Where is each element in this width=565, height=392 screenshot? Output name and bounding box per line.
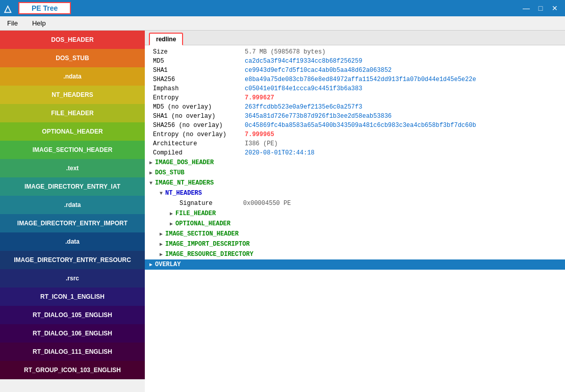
tree-row-image-section-header[interactable]: ▶IMAGE_SECTION_HEADER [145,229,565,239]
table-row: Imphashc05041e01f84e1ccca9c4451f3b6a383 [149,84,565,93]
table-row: SHA256e8ba49a75de083cb786e8ed84972affa11… [149,75,565,84]
table-row: SHA256 (no overlay)0c45869fc4ba8583a65a5… [149,121,565,130]
prop-link[interactable]: 0c45869fc4ba8583a65a5400b343509a481c6cb9… [245,122,476,129]
sidebar-item-rt-dialog-111-english[interactable]: RT_DIALOG_111_ENGLISH [0,343,145,361]
tree-expand-icon[interactable]: ▼ [147,180,155,186]
tree-node-label: IMAGE_IMPORT_DESCRIPTOR [165,241,250,248]
sidebar-item-dos-stub[interactable]: DOS_STUB [0,49,145,67]
tree-expand-icon[interactable]: ▶ [157,251,165,257]
minimize-button[interactable]: — [520,2,532,14]
sidebar-item-image-directory-entry-resourc[interactable]: IMAGE_DIRECTORY_ENTRY_RESOURC [0,251,145,269]
tree-view: ▶IMAGE_DOS_HEADER▶DOS_STUB▼IMAGE_NT_HEAD… [145,158,565,270]
main-layout: DOS_HEADERDOS_STUB.ndataNT_HEADERSFILE_H… [0,31,565,392]
tree-expand-icon[interactable]: ▶ [147,160,155,166]
app-icon: △ [4,3,14,13]
tree-row-image-nt-headers[interactable]: ▼IMAGE_NT_HEADERS [145,178,565,188]
tree-expand-icon[interactable]: ▶ [147,170,155,176]
table-row: Size5.7 MB (5985678 bytes) [149,47,565,57]
prop-value[interactable]: e8ba49a75de083cb786e8ed84972affa11542dd9… [241,75,565,84]
sidebar-item-rt-group-icon-103-english[interactable]: RT_GROUP_ICON_103_ENGLISH [0,361,145,379]
sidebar-item-image-section-header[interactable]: IMAGE_SECTION_HEADER [0,141,145,159]
tree-node-label: OPTIONAL_HEADER [175,220,230,227]
prop-value[interactable]: ce9943d9efc7d5f10cac4ab0b5aa48d62a063852 [241,66,565,75]
close-button[interactable]: ✕ [549,2,561,14]
prop-name: Imphash [149,84,241,93]
tab-bar: redline [145,31,565,45]
sidebar-item-image-directory-entry-import[interactable]: IMAGE_DIRECTORY_ENTRY_IMPORT [0,214,145,232]
sidebar-item-rt-dialog-105-english[interactable]: RT_DIALOG_105_ENGLISH [0,306,145,324]
tree-row-image-import-descriptor[interactable]: ▶IMAGE_IMPORT_DESCRIPTOR [145,239,565,249]
tree-row-image-dos-header[interactable]: ▶IMAGE_DOS_HEADER [145,158,565,168]
sidebar-item--rdata[interactable]: .rdata [0,196,145,214]
tree-row-optional-header[interactable]: ▶OPTIONAL_HEADER [145,219,565,229]
prop-name: Compiled [149,148,241,158]
prop-link[interactable]: ca2dc5a3f94c4f19334cc8b68f256259 [245,58,362,65]
prop-link[interactable]: e8ba49a75de083cb786e8ed84972affa11542dd9… [245,76,476,83]
prop-name: SHA256 (no overlay) [149,121,241,130]
sidebar-item--data[interactable]: .data [0,232,145,251]
prop-value: 7.999965 [241,130,565,139]
app-title: PE Tree [18,2,71,14]
prop-link[interactable]: c05041e01f84e1ccca9c4451f3b6a383 [245,85,362,92]
sidebar-item-rt-icon-1-english[interactable]: RT_ICON_1_ENGLISH [0,288,145,306]
prop-name: MD5 (no overlay) [149,102,241,112]
prop-value[interactable]: c05041e01f84e1ccca9c4451f3b6a383 [241,84,565,93]
sidebar-item-rt-dialog-106-english[interactable]: RT_DIALOG_106_ENGLISH [0,324,145,343]
prop-value: 5.7 MB (5985678 bytes) [241,47,565,57]
tree-row-nt-headers[interactable]: ▼NT_HEADERS [145,188,565,198]
sidebar-item-nt-headers[interactable]: NT_HEADERS [0,86,145,104]
sidebar-item--text[interactable]: .text [0,159,145,177]
sidebar-item-dos-header[interactable]: DOS_HEADER [0,31,145,49]
table-row: SHA1 (no overlay)3645a81d726e773b87d926f… [149,112,565,121]
prop-link[interactable]: 2020-08-01T02:44:18 [245,149,315,156]
prop-link[interactable]: 3645a81d726e773b87d926f1b3ee2d58eab53836 [245,113,392,120]
tree-row-signature[interactable]: Signature0x00004550 PE [145,198,565,208]
tree-expand-icon[interactable]: ▼ [157,191,165,196]
tree-key-value: 0x00004550 PE [213,200,291,207]
sidebar-item--ndata[interactable]: .ndata [0,67,145,86]
prop-value[interactable]: 0c45869fc4ba8583a65a5400b343509a481c6cb9… [241,121,565,130]
tree-expand-icon[interactable]: ▶ [157,231,165,237]
right-panel: redline Size5.7 MB (5985678 bytes)MD5ca2… [145,31,565,392]
tree-node-label: IMAGE_SECTION_HEADER [165,230,239,238]
prop-name: Entropy (no overlay) [149,130,241,139]
tree-row-image-resource-directory[interactable]: ▶IMAGE_RESOURCE_DIRECTORY [145,249,565,259]
sidebar-item-image-directory-entry-iat[interactable]: IMAGE_DIRECTORY_ENTRY_IAT [0,177,145,196]
sidebar-item-optional-header[interactable]: OPTIONAL_HEADER [0,122,145,141]
table-row: Compiled2020-08-01T02:44:18 [149,148,565,158]
tree-node-label: DOS_STUB [155,169,185,176]
prop-value[interactable]: 263ffcdbb523e0a9ef2135e6c0a257f3 [241,102,565,112]
tree-expand-icon[interactable]: ▶ [167,211,175,217]
sidebar-item-file-header[interactable]: FILE_HEADER [0,104,145,122]
prop-value: I386 (PE) [241,139,565,148]
tree-expand-icon[interactable]: ▶ [167,221,175,227]
tab-redline[interactable]: redline [149,33,183,45]
sidebar: DOS_HEADERDOS_STUB.ndataNT_HEADERSFILE_H… [0,31,145,392]
tree-expand-icon[interactable]: ▶ [147,262,155,268]
properties-table: Size5.7 MB (5985678 bytes)MD5ca2dc5a3f94… [149,47,565,158]
prop-value[interactable]: ca2dc5a3f94c4f19334cc8b68f256259 [241,57,565,66]
prop-name: SHA1 (no overlay) [149,112,241,121]
tree-node-label: OVERLAY [155,261,181,268]
menu-file[interactable]: File [4,18,21,28]
tree-row-file-header[interactable]: ▶FILE_HEADER [145,208,565,219]
prop-value[interactable]: 3645a81d726e773b87d926f1b3ee2d58eab53836 [241,112,565,121]
window-controls: — □ ✕ [520,2,561,14]
prop-value[interactable]: 2020-08-01T02:44:18 [241,148,565,158]
content-area: Size5.7 MB (5985678 bytes)MD5ca2dc5a3f94… [145,45,565,272]
prop-link[interactable]: 263ffcdbb523e0a9ef2135e6c0a257f3 [245,103,362,111]
tree-expand-icon[interactable]: ▶ [157,241,165,247]
tree-node-label: IMAGE_RESOURCE_DIRECTORY [165,251,253,258]
table-row: SHA1ce9943d9efc7d5f10cac4ab0b5aa48d62a06… [149,66,565,75]
prop-link[interactable]: ce9943d9efc7d5f10cac4ab0b5aa48d62a063852 [245,67,392,74]
tree-node-label: FILE_HEADER [175,210,216,217]
tree-row-dos-stub[interactable]: ▶DOS_STUB [145,168,565,178]
maximize-button[interactable]: □ [534,2,547,14]
sidebar-item--rsrc[interactable]: .rsrc [0,269,145,288]
table-row: Entropy7.999627 [149,93,565,102]
prop-name: Architecture [149,139,241,148]
tree-node-label: NT_HEADERS [165,190,202,197]
prop-name: Entropy [149,93,241,102]
menu-help[interactable]: Help [29,18,49,28]
tree-row-overlay[interactable]: ▶OVERLAY [145,259,565,270]
